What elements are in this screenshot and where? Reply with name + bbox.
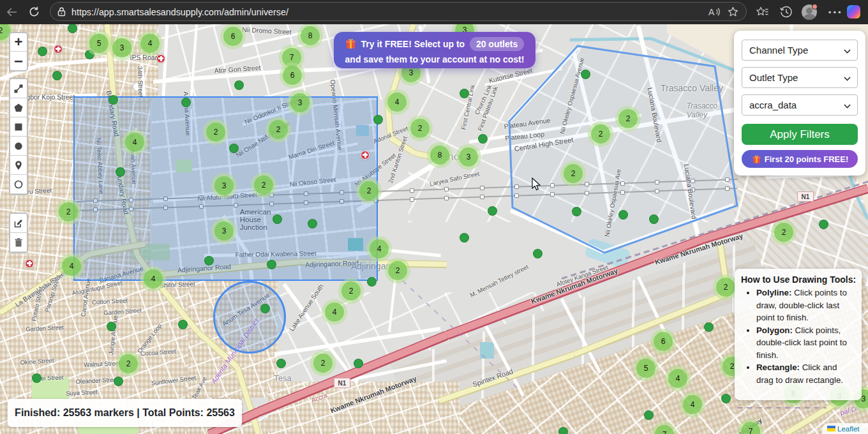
svg-text:A: A	[708, 7, 715, 17]
